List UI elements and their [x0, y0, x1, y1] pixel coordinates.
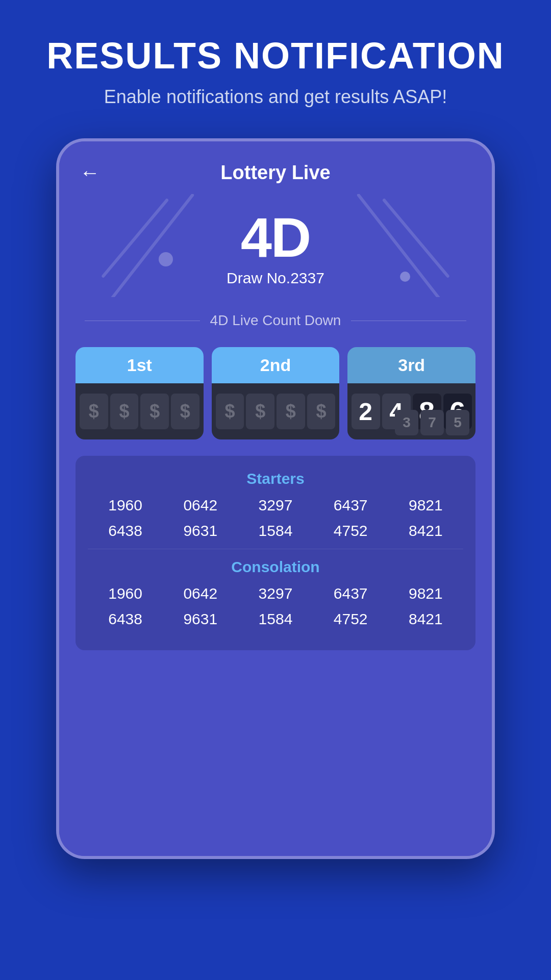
deco-line-2 — [111, 194, 195, 297]
consolation-10: 8421 — [400, 610, 451, 628]
page-subtitle: Enable notifications and get results ASA… — [31, 86, 520, 108]
slot-1: $ — [80, 394, 108, 429]
consolation-1: 1960 — [100, 585, 151, 602]
starter-10: 8421 — [400, 522, 451, 540]
fading-5: 5 — [446, 410, 469, 435]
starters-row-2: 6438 9631 1584 4752 8421 — [88, 522, 463, 540]
slot-6: $ — [246, 394, 274, 429]
consolation-2: 0642 — [175, 585, 226, 602]
slot-8: $ — [307, 394, 336, 429]
starter-6: 6438 — [100, 522, 151, 540]
divider-right — [351, 321, 466, 321]
prize-card-3rd: 3rd 2 4 8 6 3 7 5 — [347, 347, 475, 439]
consolation-row-2: 6438 9631 1584 4752 8421 — [88, 610, 463, 628]
consolation-8: 1584 — [250, 610, 301, 628]
prize-1st-body: $ $ $ $ — [76, 383, 204, 439]
back-button[interactable]: ← — [80, 161, 100, 184]
results-table: Starters 1960 0642 3297 6437 9821 6438 9… — [76, 456, 475, 650]
consolation-6: 6438 — [100, 610, 151, 628]
deco-circle-2 — [400, 272, 410, 282]
consolation-5: 9821 — [400, 585, 451, 602]
prize-3rd-header: 3rd — [347, 347, 475, 383]
consolation-row-1: 1960 0642 3297 6437 9821 — [88, 585, 463, 602]
prize-3rd-body: 2 4 8 6 3 7 5 — [347, 383, 475, 439]
page-title: RESULTS NOTIFICATION — [31, 36, 520, 76]
deco-line-1 — [101, 198, 169, 278]
starter-4: 6437 — [325, 497, 376, 514]
draw-number: Draw No.2337 — [227, 270, 324, 287]
app-title: Lottery Live — [220, 162, 330, 184]
starter-2: 0642 — [175, 497, 226, 514]
prize-cards: 1st $ $ $ $ 2nd $ $ $ $ — [59, 339, 492, 448]
countdown-divider: 4D Live Count Down — [59, 297, 492, 339]
starters-title: Starters — [88, 470, 463, 487]
consolation-7: 9631 — [175, 610, 226, 628]
consolation-4: 6437 — [325, 585, 376, 602]
consolation-3: 3297 — [250, 585, 301, 602]
divider-left — [85, 321, 200, 321]
deco-line-4 — [357, 194, 441, 297]
prize-2nd-body: $ $ $ $ — [212, 383, 340, 439]
starter-5: 9821 — [400, 497, 451, 514]
consolation-title: Consolation — [88, 558, 463, 576]
starter-8: 1584 — [250, 522, 301, 540]
starter-3: 3297 — [250, 497, 301, 514]
starter-7: 9631 — [175, 522, 226, 540]
starters-row-1: 1960 0642 3297 6437 9821 — [88, 497, 463, 514]
prize-card-1st: 1st $ $ $ $ — [76, 347, 204, 439]
digit-2: 2 — [352, 394, 380, 429]
prize-card-2nd: 2nd $ $ $ $ — [212, 347, 340, 439]
consolation-9: 4752 — [325, 610, 376, 628]
page-header: RESULTS NOTIFICATION Enable notification… — [0, 0, 551, 128]
lottery-logo-area: 4D Draw No.2337 — [59, 194, 492, 297]
slot-3: $ — [140, 394, 169, 429]
slot-4: $ — [171, 394, 199, 429]
slot-7: $ — [277, 394, 305, 429]
starter-9: 4752 — [325, 522, 376, 540]
prize-1st-header: 1st — [76, 347, 204, 383]
countdown-label: 4D Live Count Down — [210, 312, 341, 329]
section-divider — [88, 549, 463, 549]
lottery-4d-logo: 4D — [241, 209, 311, 265]
deco-circle-1 — [159, 252, 173, 266]
fading-7: 7 — [420, 410, 444, 435]
slot-2: $ — [110, 394, 139, 429]
deco-line-3 — [382, 198, 450, 278]
slot-5: $ — [216, 394, 244, 429]
starter-1: 1960 — [100, 497, 151, 514]
phone-mockup: ← Lottery Live 4D Draw No.2337 4D Live C… — [56, 138, 495, 859]
prize-2nd-header: 2nd — [212, 347, 340, 383]
app-header: ← Lottery Live — [59, 141, 492, 194]
app-screen: ← Lottery Live 4D Draw No.2337 4D Live C… — [59, 141, 492, 856]
fading-3: 3 — [395, 410, 418, 435]
